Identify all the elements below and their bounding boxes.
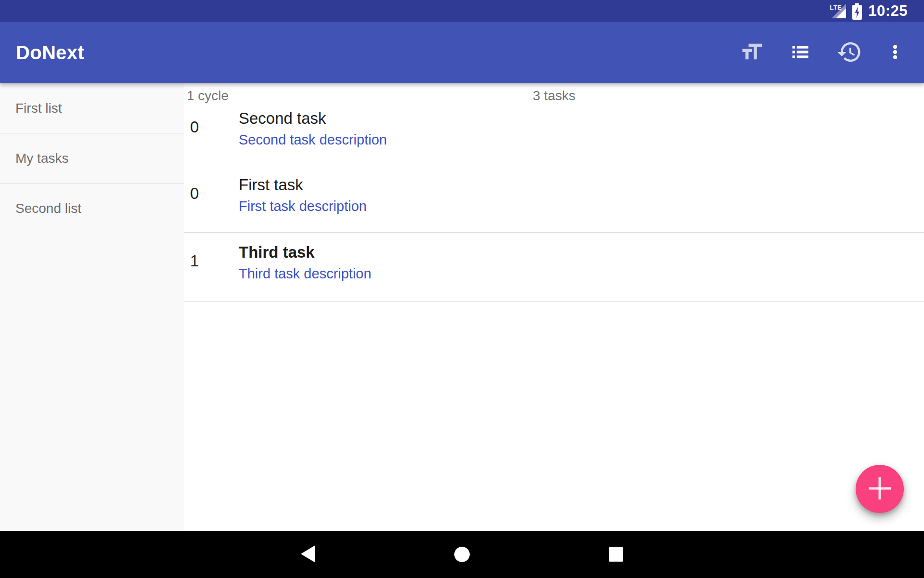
- home-button[interactable]: [452, 545, 472, 564]
- history-icon: [836, 39, 862, 66]
- task-description-link[interactable]: First task description: [239, 198, 924, 214]
- overflow-menu-button[interactable]: [878, 35, 912, 70]
- main-area: First list My tasks Second list 1 cycle …: [0, 83, 924, 531]
- task-cycle-count: 1: [190, 252, 229, 270]
- task-panel-header: 1 cycle 3 tasks: [184, 83, 924, 104]
- clock: 10:25: [868, 2, 908, 20]
- sidebar-list-item-label: First list: [15, 101, 62, 116]
- task-title: Third task: [239, 243, 924, 262]
- task-row[interactable]: 0 First task First task description: [184, 165, 924, 233]
- history-button[interactable]: [832, 35, 867, 70]
- app-bar: DoNext: [0, 22, 924, 83]
- cell-signal-icon: LTE: [830, 3, 846, 19]
- format-size-button[interactable]: [734, 35, 769, 70]
- cycle-count-label: 1 cycle: [187, 88, 229, 104]
- format-list-bulleted-icon: [790, 41, 811, 64]
- home-icon: [454, 547, 470, 562]
- lists-sidebar: First list My tasks Second list: [0, 83, 184, 531]
- recents-icon: [609, 547, 623, 562]
- status-bar: LTE 10:25: [0, 0, 924, 22]
- app-title: DoNext: [16, 42, 84, 64]
- sidebar-list-item[interactable]: Second list: [0, 184, 184, 234]
- add-task-fab[interactable]: [856, 465, 904, 513]
- list-view-button[interactable]: [783, 35, 818, 70]
- task-title: Second task: [239, 109, 924, 128]
- task-list: 0 Second task Second task description 0 …: [184, 104, 924, 302]
- task-cycle-count: 0: [190, 118, 229, 136]
- plus-icon: [867, 476, 892, 502]
- task-panel: 1 cycle 3 tasks 0 Second task Second tas…: [184, 83, 924, 531]
- sidebar-list-item[interactable]: My tasks: [0, 133, 184, 184]
- more-vert-icon: [886, 42, 905, 63]
- task-description-link[interactable]: Third task description: [239, 265, 924, 282]
- back-icon: [301, 545, 315, 564]
- sidebar-list-item[interactable]: First list: [0, 83, 184, 133]
- task-count-label: 3 tasks: [533, 88, 576, 104]
- format-size-icon: [739, 39, 764, 66]
- task-description-link[interactable]: Second task description: [239, 131, 924, 148]
- task-title: First task: [239, 176, 924, 194]
- task-cycle-count: 0: [190, 184, 229, 203]
- sidebar-list-item-label: Second list: [15, 201, 81, 216]
- recents-button[interactable]: [606, 545, 626, 564]
- back-button[interactable]: [298, 545, 318, 564]
- task-row[interactable]: 1 Third task Third task description: [184, 233, 924, 302]
- task-row[interactable]: 0 Second task Second task description: [184, 104, 924, 165]
- battery-charging-icon: [852, 2, 862, 21]
- android-nav-bar: [0, 531, 924, 578]
- sidebar-list-item-label: My tasks: [15, 151, 68, 166]
